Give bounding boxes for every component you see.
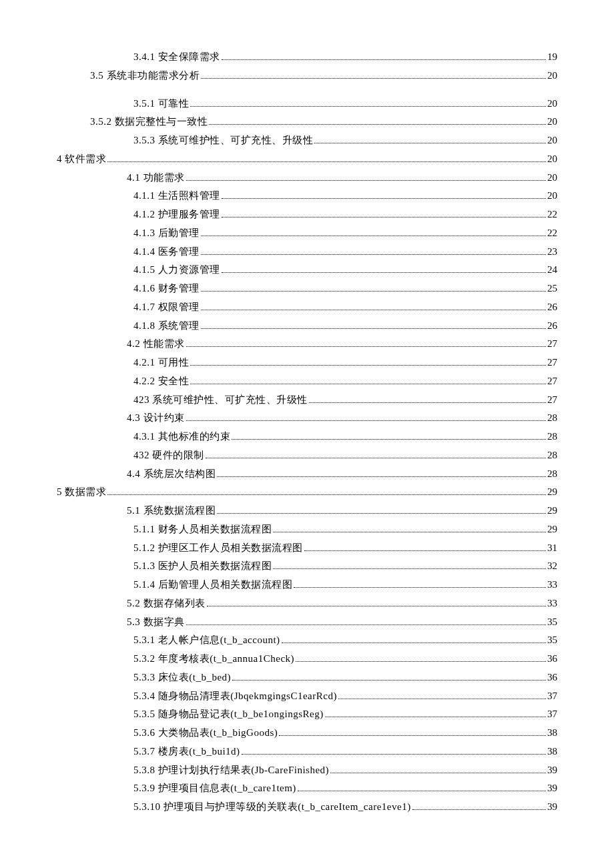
toc-leader-dots [232,430,546,440]
toc-entry[interactable]: 4.2 性能需求 27 [57,335,557,354]
toc-leader-dots [217,504,546,514]
toc-entry-label: 4.1.5 人力资源管理 [133,261,220,280]
toc-entry-page: 20 [547,187,557,205]
toc-entry[interactable]: 4.3 设计约束 28 [57,409,557,428]
toc-entry-label: 4.1.4 医务管理 [133,243,200,262]
toc-entry[interactable]: 5.3.8 护理计划执行结果表(Jb-CareFinished) 39 [57,761,557,780]
toc-entry-label: 423 系统可维护性、可扩充性、升级性 [133,391,308,410]
toc-entry-label: 4.3 设计约束 [127,409,185,428]
toc-entry-page: 22 [547,205,557,224]
toc-entry[interactable]: 3.5 系统非功能需求分析 20 [57,67,557,85]
toc-entry[interactable]: 4.1.8 系统管理 26 [57,317,557,336]
toc-entry[interactable]: 5.3.1 老人帐户信息(t_b_account) 35 [57,631,557,650]
toc-leader-dots [222,51,546,61]
toc-entry[interactable]: 5.1.2 护理区工作人员相关数据流程图 31 [57,539,557,558]
toc-leader-dots [186,338,547,348]
toc-entry[interactable]: 4.1.5 人力资源管理 24 [57,261,557,280]
toc-leader-dots [309,393,546,403]
toc-leader-dots [190,97,546,107]
toc-entry-label: 5.1 系统数据流程图 [127,502,216,520]
toc-entry-page: 35 [547,631,557,650]
toc-entry[interactable]: 5 数据需求 29 [57,483,557,502]
toc-leader-dots [242,745,546,755]
toc-entry-page: 38 [547,743,557,761]
toc-entry-label: 5.3.6 大类物品表(t_b_bigGoods) [133,724,278,743]
toc-leader-dots [282,634,546,644]
toc-entry[interactable]: 4.1.3 后勤管理 22 [57,224,557,243]
toc-entry-page: 39 [547,798,557,817]
toc-entry[interactable]: 5.3.6 大类物品表(t_b_bigGoods) 38 [57,724,557,743]
toc-entry-page: 36 [547,650,557,669]
toc-entry[interactable]: 3.5.3 系统可维护性、可扩充性、升级性 20 [57,131,557,150]
toc-entry[interactable]: 4.2.2 安全性 27 [57,372,557,391]
toc-entry[interactable]: 5.3.7 楼房表(t_b_bui1d) 38 [57,743,557,761]
toc-entry[interactable]: 5.1.1 财务人员相关数据流程图 29 [57,520,557,539]
toc-entry[interactable]: 4.1.4 医务管理 23 [57,243,557,262]
toc-entry-page: 20 [547,169,557,187]
toc-entry[interactable]: 4.1 功能需求 20 [57,169,557,187]
toc-entry[interactable]: 423 系统可维护性、可扩充性、升级性 27 [57,391,557,410]
toc-leader-dots [232,671,546,681]
toc-entry[interactable]: 5.1.4 后勤管理人员相关数据流程图 33 [57,576,557,594]
toc-entry-page: 28 [547,428,557,446]
toc-entry-page: 27 [547,391,557,410]
toc-entry[interactable]: 432 硬件的限制 28 [57,446,557,465]
toc-entry[interactable]: 5.3.9 护理项目信息表(t_b_care1tem) 39 [57,779,557,798]
toc-entry-label: 5.3 数据字典 [127,613,185,632]
toc-entry[interactable]: 5.3.4 随身物品清理表(JbqekmgingsC1earRcd) 37 [57,687,557,706]
toc-leader-dots [206,448,546,458]
toc-entry-label: 4.3.1 其他标准的约束 [133,428,230,446]
toc-entry-label: 3.5.3 系统可维护性、可扩充性、升级性 [133,131,313,150]
toc-entry-label: 3.4.1 安全保障需求 [133,48,220,67]
toc-entry[interactable]: 3.5.2 数据完整性与一致性 20 [57,113,557,131]
toc-entry-page: 24 [547,261,557,280]
toc-entry[interactable]: 4.1.2 护理服务管理 22 [57,205,557,224]
toc-entry-label: 5.3.8 护理计划执行结果表(Jb-CareFinished) [133,761,329,780]
toc-entry-page: 36 [547,669,557,687]
toc-entry[interactable]: 5.3.3 床位表(t_b_bed) 36 [57,669,557,687]
toc-entry[interactable]: 5.1.3 医护人员相关数据流程图 32 [57,557,557,576]
toc-leader-dots [186,171,547,181]
toc-leader-dots [279,727,546,737]
toc-entry-label: 5 数据需求 [57,483,106,502]
toc-entry-page: 27 [547,372,557,391]
toc-entry[interactable]: 4.4 系统层次结构图 28 [57,465,557,484]
toc-entry[interactable]: 4.3.1 其他标准的约束 28 [57,428,557,446]
toc-entry[interactable]: 4.1.1 生活照料管理 20 [57,187,557,205]
toc-entry-label: 5.1.1 财务人员相关数据流程图 [133,520,272,539]
toc-entry-label: 5.2 数据存储列表 [127,594,206,613]
toc-entry[interactable]: 4.1.7 权限管理 26 [57,298,557,317]
toc-leader-dots [190,374,546,384]
toc-entry-page: 35 [547,613,557,632]
toc-entry-page: 20 [547,113,557,131]
toc-entry-page: 20 [547,95,557,113]
toc-leader-dots [201,226,546,236]
toc-entry-label: 4.2.2 安全性 [133,372,189,391]
toc-entry-page: 19 [547,48,557,67]
toc-entry-page: 23 [547,243,557,262]
toc-entry-page: 20 [547,67,557,85]
toc-entry-label: 4.2.1 可用性 [133,354,189,372]
toc-leader-dots [298,782,546,792]
toc-entry[interactable]: 4 软件需求 20 [57,150,557,169]
toc-entry-label: 4.1.3 后勤管理 [133,224,200,243]
toc-entry-label: 5.3.2 年度考核表(t_b_annua1Check) [133,650,294,669]
toc-entry-page: 20 [547,131,557,150]
toc-entry[interactable]: 5.3.2 年度考核表(t_b_annua1Check) 36 [57,650,557,669]
toc-leader-dots [207,596,547,606]
toc-entry[interactable]: 4.1.6 财务管理 25 [57,280,557,298]
toc-entry[interactable]: 5.2 数据存储列表 33 [57,594,557,613]
toc-entry-label: 4.1.7 权限管理 [133,298,200,317]
toc-entry[interactable]: 5.3 数据字典 35 [57,613,557,632]
toc-entry[interactable]: 4.2.1 可用性 27 [57,354,557,372]
toc-entry-page: 26 [547,298,557,317]
toc-entry[interactable]: 5.3.5 随身物品登记表(t_b_be1ongingsReg) 37 [57,705,557,724]
toc-entry[interactable]: 3.4.1 安全保障需求 19 [57,48,557,67]
toc-entry[interactable]: 3.5.1 可靠性 20 [57,95,557,113]
toc-entry-page: 28 [547,465,557,484]
toc-entry-label: 4.2 性能需求 [127,335,185,354]
toc-leader-dots [186,412,547,422]
toc-entry[interactable]: 5.1 系统数据流程图 29 [57,502,557,520]
toc-entry[interactable]: 5.3.10 护理项目与护理等级的关联表(t_b_careItem_care1e… [57,798,557,817]
toc-entry-label: 4.1.8 系统管理 [133,317,200,336]
